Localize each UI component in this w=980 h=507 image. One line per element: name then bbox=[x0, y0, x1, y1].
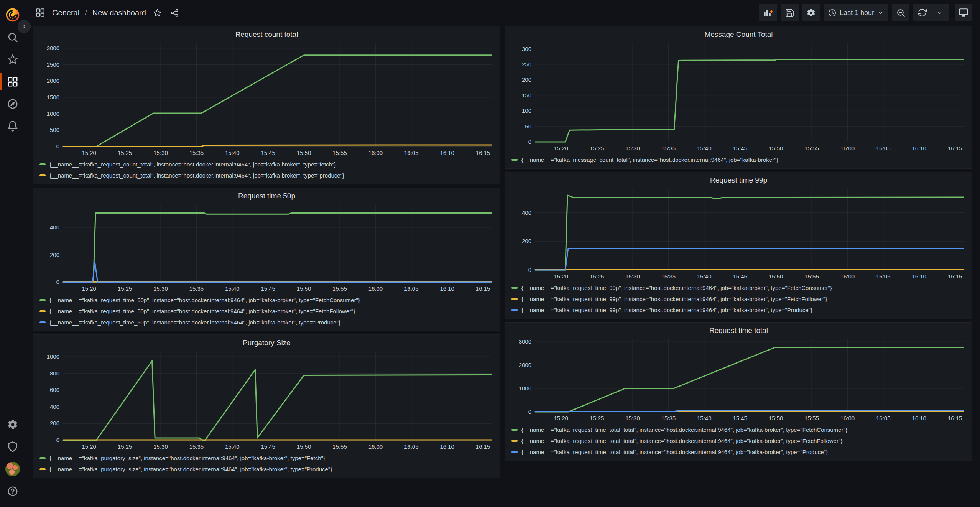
share-dashboard-button[interactable] bbox=[169, 7, 181, 19]
timeseries-chart[interactable]: 15:2015:2515:3015:3515:4015:4515:5015:55… bbox=[39, 40, 495, 158]
monitor-icon bbox=[959, 8, 968, 18]
svg-text:15:40: 15:40 bbox=[697, 273, 712, 280]
legend-label: {__name__="kafka_request_time_50p", inst… bbox=[49, 297, 360, 303]
panel-purgatory-size: Purgatory Size 15:2015:2515:3015:3515:40… bbox=[33, 334, 500, 478]
chevron-down-icon bbox=[877, 9, 884, 16]
svg-text:15:45: 15:45 bbox=[261, 443, 275, 450]
sidebar bbox=[0, 0, 25, 507]
page-title[interactable]: New dashboard bbox=[92, 8, 146, 17]
svg-text:16:15: 16:15 bbox=[948, 145, 962, 151]
legend-item[interactable]: {__name__="kafka_request_count_total", i… bbox=[39, 159, 495, 170]
svg-text:15:55: 15:55 bbox=[332, 150, 347, 156]
legend-item[interactable]: {__name__="kafka_request_time_50p", inst… bbox=[39, 306, 495, 317]
svg-text:15:20: 15:20 bbox=[554, 145, 568, 151]
save-dashboard-button[interactable] bbox=[781, 4, 799, 21]
dashboard-header: General / New dashboard bbox=[25, 0, 980, 25]
svg-text:16:00: 16:00 bbox=[368, 285, 383, 292]
svg-text:15:55: 15:55 bbox=[804, 273, 819, 280]
svg-text:15:45: 15:45 bbox=[733, 273, 747, 280]
search-icon bbox=[7, 31, 18, 43]
legend-item[interactable]: {__name__="kafka_request_time_total_tota… bbox=[511, 435, 967, 446]
compass-icon bbox=[7, 98, 18, 110]
timeseries-chart[interactable]: 15:2015:2515:3015:3515:4015:4515:5015:55… bbox=[39, 349, 495, 452]
zoom-out-time-button[interactable] bbox=[892, 4, 909, 21]
legend-label: {__name__="kafka_request_time_50p", inst… bbox=[49, 319, 340, 326]
sidebar-item-configuration[interactable] bbox=[0, 413, 25, 436]
refresh-button[interactable] bbox=[913, 4, 931, 21]
add-panel-button[interactable] bbox=[759, 4, 777, 21]
legend-item[interactable]: {__name__="kafka_request_count_total", i… bbox=[39, 170, 495, 181]
svg-text:200: 200 bbox=[50, 252, 59, 258]
svg-text:15:50: 15:50 bbox=[769, 273, 783, 280]
svg-text:0: 0 bbox=[56, 279, 59, 285]
timeseries-chart[interactable]: 15:2015:2515:3015:3515:4015:4515:5015:55… bbox=[511, 186, 967, 281]
svg-text:15:45: 15:45 bbox=[733, 145, 747, 151]
legend-item[interactable]: {__name__="kafka_request_time_total_tota… bbox=[511, 446, 967, 458]
svg-text:200: 200 bbox=[50, 420, 59, 426]
cycle-view-mode-button[interactable] bbox=[955, 4, 972, 21]
time-range-button[interactable]: Last 1 hour bbox=[824, 4, 888, 21]
refresh-interval-button[interactable] bbox=[931, 4, 949, 21]
timeseries-chart[interactable]: 15:2015:2515:3015:3515:4015:4515:5015:55… bbox=[39, 202, 495, 294]
series-color-swatch bbox=[39, 310, 46, 312]
series-color-swatch bbox=[511, 159, 518, 161]
svg-text:16:05: 16:05 bbox=[876, 145, 891, 151]
dashboard-settings-button[interactable] bbox=[802, 4, 820, 21]
star-dashboard-button[interactable] bbox=[151, 7, 163, 19]
svg-text:15:40: 15:40 bbox=[697, 415, 712, 421]
legend-item[interactable]: {__name__="kafka_request_time_50p", inst… bbox=[39, 295, 495, 306]
svg-text:16:00: 16:00 bbox=[840, 415, 855, 421]
panel-title[interactable]: Request time total bbox=[511, 325, 967, 336]
series-color-swatch bbox=[39, 468, 46, 470]
svg-text:400: 400 bbox=[522, 209, 531, 216]
svg-text:3000: 3000 bbox=[519, 338, 531, 345]
sidebar-item-alerting[interactable] bbox=[0, 115, 25, 137]
dashboard-column-left: Request count total 15:2015:2515:3015:35… bbox=[33, 26, 500, 478]
legend-item[interactable]: {__name__="kafka_request_time_99p", inst… bbox=[511, 305, 967, 316]
panel-title[interactable]: Purgatory Size bbox=[39, 337, 495, 349]
series-color-swatch bbox=[39, 299, 46, 301]
svg-text:15:30: 15:30 bbox=[625, 145, 640, 151]
legend-item[interactable]: {__name__="kafka_request_time_99p", inst… bbox=[511, 282, 967, 293]
panel-title[interactable]: Request time 99p bbox=[511, 174, 967, 186]
timeseries-chart[interactable]: 15:2015:2515:3015:3515:4015:4515:5015:55… bbox=[511, 40, 967, 153]
sidebar-item-explore[interactable] bbox=[0, 93, 25, 115]
help-icon bbox=[7, 486, 18, 497]
svg-text:15:30: 15:30 bbox=[153, 443, 168, 450]
sidebar-expand-button[interactable] bbox=[18, 20, 31, 33]
sidebar-item-dashboards[interactable] bbox=[0, 71, 25, 93]
sidebar-item-help[interactable] bbox=[0, 480, 25, 502]
legend-item[interactable]: {__name__="kafka_purgatory_size", instan… bbox=[39, 453, 495, 464]
svg-text:15:35: 15:35 bbox=[661, 273, 676, 280]
legend-item[interactable]: {__name__="kafka_message_count_total", i… bbox=[511, 154, 967, 165]
svg-text:0: 0 bbox=[56, 143, 59, 150]
legend-label: {__name__="kafka_purgatory_size", instan… bbox=[49, 466, 332, 472]
legend-item[interactable]: {__name__="kafka_request_time_99p", inst… bbox=[511, 293, 967, 305]
sidebar-item-starred[interactable] bbox=[0, 48, 25, 71]
chart-legend: {__name__="kafka_purgatory_size", instan… bbox=[39, 452, 495, 475]
breadcrumb-section[interactable]: General bbox=[52, 8, 79, 17]
time-range-label: Last 1 hour bbox=[840, 9, 874, 17]
breadcrumb: General / New dashboard bbox=[34, 6, 181, 19]
svg-text:15:40: 15:40 bbox=[697, 145, 712, 151]
panel-title[interactable]: Request time 50p bbox=[39, 190, 495, 202]
legend-item[interactable]: {__name__="kafka_request_time_total_tota… bbox=[511, 424, 967, 435]
add-panel-icon bbox=[763, 7, 773, 18]
legend-item[interactable]: {__name__="kafka_purgatory_size", instan… bbox=[39, 464, 495, 475]
svg-text:15:45: 15:45 bbox=[261, 150, 275, 156]
sidebar-item-server-admin[interactable] bbox=[0, 436, 25, 458]
legend-label: {__name__="kafka_request_count_total", i… bbox=[49, 161, 336, 168]
legend-item[interactable]: {__name__="kafka_request_time_50p", inst… bbox=[39, 317, 495, 328]
timeseries-chart[interactable]: 15:2015:2515:3015:3515:4015:4515:5015:55… bbox=[511, 336, 967, 423]
svg-text:15:50: 15:50 bbox=[297, 285, 311, 292]
panel-title[interactable]: Message Count Total bbox=[511, 29, 967, 40]
panel-title[interactable]: Request count total bbox=[39, 29, 495, 40]
series-color-swatch bbox=[511, 429, 518, 431]
svg-text:15:30: 15:30 bbox=[153, 285, 168, 292]
svg-text:2500: 2500 bbox=[47, 61, 59, 68]
svg-text:0: 0 bbox=[56, 437, 59, 443]
svg-text:100: 100 bbox=[522, 107, 531, 114]
sidebar-item-profile[interactable] bbox=[0, 458, 25, 480]
legend-label: {__name__="kafka_request_time_total_tota… bbox=[521, 438, 842, 444]
svg-text:15:50: 15:50 bbox=[297, 443, 311, 450]
